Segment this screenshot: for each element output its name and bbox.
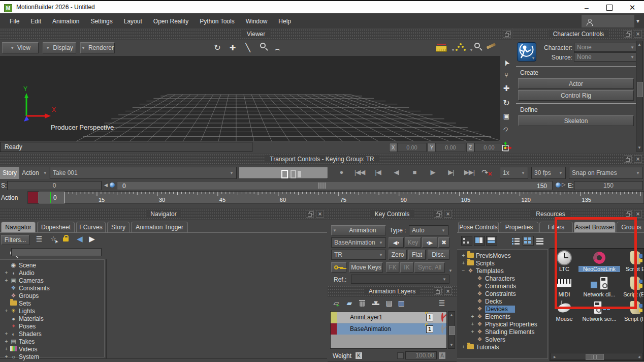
rotate-tool-icon[interactable]: ↻ [500,98,512,108]
zoom-camera-icon[interactable] [260,43,266,48]
navigator-close-icon[interactable]: × [316,210,324,218]
select-tool-icon[interactable]: ➤ [500,55,513,70]
expand-toggle[interactable]: + [460,253,467,258]
flat-button[interactable]: Flat [408,250,426,260]
tab-navigator[interactable]: Navigator [1,222,36,232]
current-frame-cell[interactable]: 0 [39,192,65,203]
previous-key-button[interactable]: ◀• [389,237,404,248]
filters-button[interactable]: Filters... [1,235,29,245]
stack-a-icon[interactable]: ▤ [383,299,395,307]
asset-tree-item-solvers[interactable]: ❖Solvers [457,336,548,343]
list-view-icon[interactable] [510,236,522,246]
snap-tool-icon[interactable]: ∩ [499,122,514,136]
transport-close-icon[interactable]: × [634,155,642,163]
key-button[interactable]: Key [405,237,421,248]
layer-mute-icon[interactable] [441,325,443,333]
weight-auto-button[interactable]: A [438,352,446,359]
expand-toggle[interactable]: + [3,339,10,344]
tree-item-shaders[interactable]: +◐Shaders [0,330,104,338]
ref-select[interactable]: ▼ [351,275,449,284]
next-key-button[interactable]: ▶| [443,168,459,177]
orbit-camera-icon[interactable]: ↻ [211,43,223,52]
ruler-dropdown-icon[interactable]: ▼ [451,48,455,52]
character-controls-close-icon[interactable]: × [634,30,642,38]
layers-scrollbar[interactable]: ▲▼ [448,311,455,349]
timeline-start-block[interactable] [27,191,39,204]
range-knob-right[interactable] [556,183,561,188]
menu-item-animation[interactable]: Animation [47,18,85,25]
expand-toggle[interactable]: + [469,321,476,327]
tab-animation-trigger[interactable]: Animation Trigger [131,222,188,232]
grid-view-icon[interactable] [523,236,534,246]
move-keys-button[interactable]: Move Keys [349,262,383,273]
tree-item-sets[interactable]: Sets [0,299,104,307]
asset-tree-item-scripts[interactable]: +Scripts [457,259,548,267]
timeline-ruler[interactable]: 153045607590105120135 [27,191,644,204]
character-controls-scrollbar[interactable]: ▲ ▼ [636,41,643,152]
resources-restore-icon[interactable] [624,210,632,218]
character-select[interactable]: None▼ [574,43,637,52]
layer-weight-icon[interactable]: 1 [426,325,433,333]
asset-tree-item-templates[interactable]: −❖Templates [457,267,548,275]
navigator-restore-icon[interactable] [306,210,314,218]
lock-icon[interactable] [63,237,69,242]
asset-tree-item-elements[interactable]: +❖Elements [457,313,548,320]
pan-camera-icon[interactable]: ✚ [227,43,239,52]
asset-tree-item-decks[interactable]: ❖Decks [457,297,548,305]
expand-toggle[interactable]: + [469,329,476,335]
playhead[interactable] [50,192,51,203]
tree-item-takes[interactable]: +▤Takes [0,338,104,345]
menu-item-edit[interactable]: Edit [25,18,47,25]
tree-item-videos[interactable]: +Videos [0,345,104,353]
viewer-view-button[interactable]: ▼View [2,42,39,53]
go-to-start-button[interactable]: |◀◀ [351,168,368,177]
translate-tool-icon[interactable]: ✚ [500,84,512,93]
zoom-2d-icon[interactable] [474,43,480,48]
asset-tree-item-devices[interactable]: ❖Devices [457,305,548,313]
tab-dopesheet[interactable]: Dopesheet [37,222,75,232]
expand-toggle[interactable]: + [3,354,10,359]
viewport[interactable]: Y X Producer Perspective [0,56,500,141]
tree-item-materials[interactable]: ●Materials [0,315,104,322]
minimize-button[interactable]: – [576,2,597,13]
tab-story[interactable]: Story [107,222,130,232]
speed-select[interactable]: 1x▼ [500,167,528,179]
arc-rotate-icon[interactable]: ⌢ [271,44,283,54]
viewer-restore-icon[interactable] [503,30,511,38]
tree-item-poses[interactable]: ✦Poses [0,322,104,330]
maximize-button[interactable] [599,2,620,13]
tab-pose-controls[interactable]: Pose Controls [458,222,499,232]
source-select[interactable]: None▼ [574,52,637,62]
detail-view-icon[interactable] [535,236,546,246]
merge-layer-icon[interactable]: ▼ [370,299,381,307]
range-spin-left-icon[interactable]: ◀ [104,183,108,188]
fk-button[interactable]: FK [386,262,399,273]
animation-layers-close-icon[interactable]: × [444,287,452,295]
menu-overflow-chevron-icon[interactable]: ▼ [635,18,640,24]
menu-item-settings[interactable]: Settings [85,18,118,25]
ik-button[interactable]: IK [400,262,413,273]
expand-toggle[interactable]: + [460,344,467,350]
menu-item-window[interactable]: Window [240,18,273,25]
expand-toggle[interactable]: + [3,346,10,352]
resources-close-icon[interactable]: × [634,210,642,218]
asset-tree-item-prevismoves[interactable]: +PrevisMoves [457,252,548,259]
fps-select[interactable]: 30 fps▼ [531,167,566,179]
record-button[interactable]: ● [333,168,349,177]
menu-item-help[interactable]: Help [273,18,297,25]
take-select[interactable]: Take 001▼ [50,167,237,179]
tab-fcurves[interactable]: FCurves [76,222,106,232]
asset-tree-item-characters[interactable]: ❖Characters [457,275,548,282]
previous-key-button[interactable]: |◀ [370,168,386,177]
zero-button[interactable]: Zero [389,250,407,260]
type-select[interactable]: Auto▼ [409,225,448,235]
range-knob-left[interactable] [110,183,115,188]
key-controls-restore-icon[interactable] [434,210,442,218]
menu-item-file[interactable]: File [4,18,25,25]
viewer-renderer-button[interactable]: ▼Renderer [80,42,115,53]
start-field[interactable]: 0 [7,181,102,190]
tree-item-audio[interactable]: +◖Audio [0,269,104,277]
timeline-slider-track[interactable]: 0 150 [117,181,553,190]
curve-dropdown-icon[interactable]: ▼ [469,48,473,52]
end-field[interactable]: 150 [574,181,643,190]
